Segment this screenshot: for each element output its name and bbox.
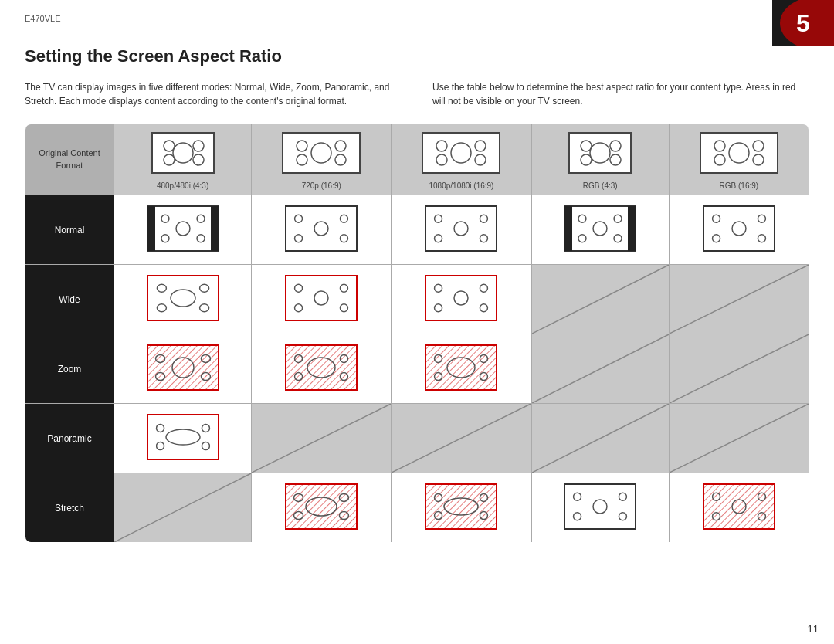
svg-rect-51	[564, 206, 572, 251]
svg-rect-31	[147, 206, 155, 251]
svg-rect-70	[286, 276, 357, 320]
svg-line-83	[670, 265, 809, 334]
model-label: E470VLE	[25, 14, 60, 23]
header-col-2: 1080p/1080i (16:9)	[392, 124, 531, 195]
cell-panoramic-2	[392, 404, 531, 473]
svg-line-109	[670, 334, 809, 403]
cell-stretch-0	[114, 473, 252, 543]
svg-rect-38	[286, 206, 357, 251]
svg-rect-30	[147, 206, 219, 251]
header-col-0: 480p/480i (4:3)	[114, 124, 252, 195]
cell-normal-3	[531, 195, 669, 265]
cell-normal-1	[252, 195, 392, 265]
svg-rect-137	[564, 484, 636, 529]
cell-panoramic-1	[252, 404, 392, 473]
svg-rect-123	[286, 484, 357, 529]
diagram-svg	[561, 129, 639, 177]
svg-line-117	[392, 404, 531, 473]
svg-rect-32	[211, 206, 219, 251]
diagram-svg	[419, 129, 503, 177]
description-section: The TV can display images in five differ…	[25, 80, 809, 108]
table-row: Zoom	[25, 334, 809, 404]
header-label-cell: Original Content Format	[25, 124, 114, 195]
svg-line-119	[670, 404, 809, 473]
cell-wide-3	[531, 265, 669, 334]
cell-zoom-1	[252, 334, 392, 404]
svg-rect-102	[425, 345, 497, 390]
svg-rect-94	[286, 345, 357, 390]
svg-rect-52	[628, 206, 636, 251]
header-diagram-2	[395, 129, 527, 178]
page-title: Setting the Screen Aspect Ratio	[25, 46, 809, 66]
cell-panoramic-3	[531, 404, 669, 473]
cell-normal-4	[669, 195, 809, 265]
svg-rect-110	[147, 415, 219, 459]
page-number: 11	[808, 623, 819, 635]
diagram-svg	[279, 129, 364, 177]
header-diagram-1	[255, 129, 388, 178]
svg-rect-6	[283, 133, 360, 173]
svg-rect-24	[700, 133, 778, 173]
table-header-row: Original Content Format	[25, 124, 809, 195]
svg-rect-86	[147, 345, 219, 390]
cell-stretch-2	[392, 473, 531, 543]
cell-zoom-0	[114, 334, 252, 404]
svg-rect-12	[422, 133, 500, 173]
mode-label-stretch: Stretch	[25, 473, 114, 543]
header-diagram-4	[673, 129, 805, 178]
mode-label-normal: Normal	[25, 195, 114, 265]
cell-stretch-4	[669, 473, 809, 543]
aspect-ratio-table: Original Content Format	[25, 124, 809, 543]
cell-panoramic-4	[669, 404, 809, 473]
badge-number: 5	[796, 9, 810, 38]
svg-line-82	[532, 265, 669, 334]
svg-rect-50	[564, 206, 636, 251]
svg-line-120	[114, 473, 251, 542]
svg-line-116	[252, 404, 391, 473]
svg-rect-44	[425, 206, 497, 251]
diagram-svg	[697, 129, 781, 177]
svg-rect-0	[152, 133, 214, 173]
svg-line-118	[532, 404, 669, 473]
header-diagram-3	[535, 129, 666, 178]
mode-label-panoramic: Panoramic	[25, 404, 114, 473]
cell-stretch-1	[252, 473, 392, 543]
cell-stretch-3	[531, 473, 669, 543]
header-diagram-0	[117, 129, 248, 178]
svg-rect-76	[425, 276, 497, 320]
svg-line-108	[532, 334, 669, 403]
cell-zoom-4	[669, 334, 809, 404]
svg-rect-64	[147, 276, 219, 320]
header-col-3: RGB (4:3)	[531, 124, 669, 195]
svg-rect-131	[425, 484, 497, 529]
cell-normal-0	[114, 195, 252, 265]
table-row: Stretch	[25, 473, 809, 543]
mode-label-wide: Wide	[25, 265, 114, 334]
svg-rect-58	[703, 206, 775, 251]
page-badge: 5	[772, 0, 834, 46]
svg-rect-18	[569, 133, 631, 173]
table-row: Wide	[25, 265, 809, 334]
mode-label-zoom: Zoom	[25, 334, 114, 404]
cell-normal-2	[392, 195, 531, 265]
cell-wide-1	[252, 265, 392, 334]
cell-wide-4	[669, 265, 809, 334]
description-left: The TV can display images in five differ…	[25, 80, 402, 108]
cell-zoom-2	[392, 334, 531, 404]
description-right: Use the table below to determine the bes…	[432, 80, 809, 108]
cell-zoom-3	[531, 334, 669, 404]
diagram-svg	[144, 129, 222, 177]
cell-wide-0	[114, 265, 252, 334]
header-col-4: RGB (16:9)	[669, 124, 809, 195]
header-col-1: 720p (16:9)	[252, 124, 392, 195]
table-row: Normal	[25, 195, 809, 265]
svg-rect-145	[703, 484, 775, 529]
table-row: Panoramic	[25, 404, 809, 473]
cell-wide-2	[392, 265, 531, 334]
cell-panoramic-0	[114, 404, 252, 473]
